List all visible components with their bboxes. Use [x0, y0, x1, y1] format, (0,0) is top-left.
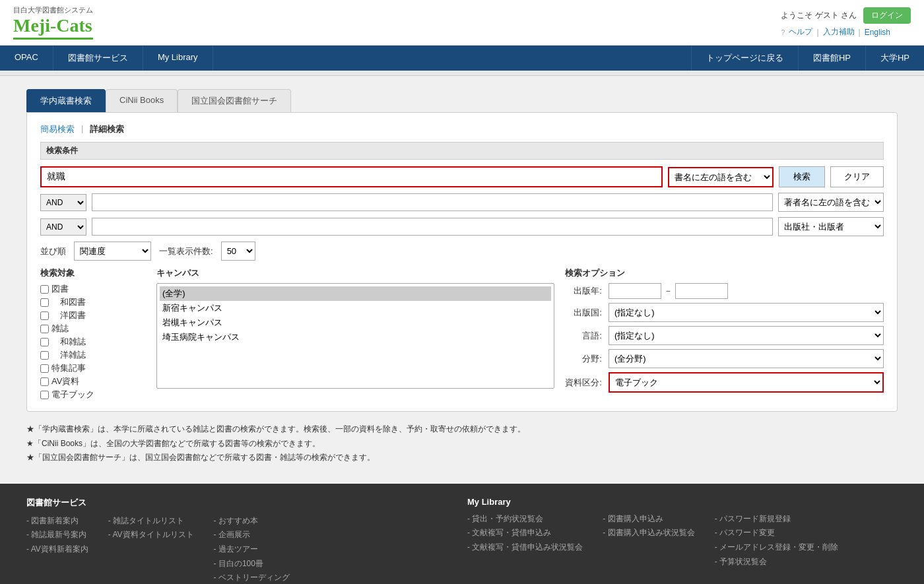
pub-country-label: 出版国:: [565, 307, 602, 319]
footer-link-email[interactable]: - メールアドレス登録・変更・削除: [715, 540, 838, 555]
header: 目白大学図書館システム Meji-Cats ようこそ ゲスト さん ログイン ?…: [0, 0, 924, 46]
footer-my-library-cols: - 貸出・予約状況覧会 - 文献複写・貸借申込み - 文献複写・貸借申込み状況覧…: [467, 512, 898, 569]
divider2: |: [859, 28, 861, 37]
extra-input-1[interactable]: [92, 193, 773, 211]
extra-row-1: AND OR NOT 著者名に左の語を含む: [40, 193, 884, 212]
input-assist-link[interactable]: 入力補助: [823, 26, 855, 38]
sort-row: 並び順 関連度 出版年(新) 出版年(古) タイトル(昇順) タイトル(降順) …: [40, 242, 884, 261]
pub-year-to-input[interactable]: [675, 283, 728, 299]
footer-link-tour[interactable]: - 過去ツアー: [214, 542, 290, 557]
main-search-type-select[interactable]: 書名に左の語を含む 著者名に左の語を含む 出版社・出版者: [668, 167, 774, 187]
campus-iwatsuki[interactable]: 岩槻キャンパス: [160, 315, 551, 330]
footnote-3: ★「国立国会図書館サーチ」は、国立国会図書館などで所蔵する図書・雑誌等の検索がで…: [26, 451, 898, 465]
footer-link-av-list[interactable]: - AV資料タイトルリスト: [108, 528, 194, 542]
footer-link-copy-status[interactable]: - 文献複写・貸借申込み状況覧会: [467, 540, 583, 555]
campus-all[interactable]: (全学): [160, 286, 551, 301]
nav-right: トップページに戻る 図書館HP 大学HP: [691, 46, 924, 71]
simple-search-link[interactable]: 簡易検索: [40, 123, 75, 135]
pub-country-select[interactable]: (指定なし): [609, 303, 884, 322]
extra-type-select-2[interactable]: 出版社・出版者: [778, 217, 884, 236]
bool-select-1[interactable]: AND OR NOT: [40, 194, 86, 211]
help-link[interactable]: ヘルプ: [789, 26, 812, 38]
pub-year-from-input[interactable]: [609, 283, 661, 299]
header-left: 目白大学図書館システム Meji-Cats: [13, 5, 93, 40]
header-right: ようこそ ゲスト さん ログイン ? ヘルプ | 入力補助 | English: [781, 7, 911, 38]
footer: 図書館サービス - 図書新着案内 - 雑誌最新号案内 - AV資料新着案内 - …: [0, 484, 924, 584]
footer-link-change-password[interactable]: - パスワード変更: [715, 526, 838, 540]
search-button[interactable]: 検索: [779, 166, 825, 187]
footer-link-recommend[interactable]: - おすすめ本: [214, 514, 290, 529]
bool-select-2[interactable]: AND OR NOT: [40, 218, 86, 236]
footer-link-best-reading[interactable]: - ベストリーディング: [214, 571, 290, 584]
language-label: 言語:: [565, 330, 602, 342]
check-tosho[interactable]: 図書: [40, 283, 146, 295]
check-av[interactable]: AV資料: [40, 375, 146, 387]
tab-cinii[interactable]: CiNii Books: [106, 89, 178, 112]
language-select[interactable]: (指定なし): [609, 326, 884, 345]
help-icon: ?: [781, 28, 785, 36]
extra-type-select-1[interactable]: 著者名に左の語を含む: [778, 193, 884, 212]
footnote-1: ★「学内蔵書検索」は、本学に所蔵されている雑誌と図書の検索ができます。検索後、一…: [26, 422, 898, 437]
nav-left: OPAC 図書館サービス My Library: [0, 46, 213, 71]
welcome-text: ようこそ ゲスト さん ログイン: [781, 7, 911, 24]
footer-library-col3: - おすすめ本 - 企画展示 - 過去ツアー - 目白の100冊 - ベストリー…: [214, 514, 290, 584]
campus-select[interactable]: (全学) 新宿キャンパス 岩槻キャンパス 埼玉病院キャンパス: [156, 283, 554, 389]
footer-link-new-books[interactable]: - 図書新着案内: [26, 514, 88, 529]
nav-my-library[interactable]: My Library: [143, 46, 213, 71]
login-button[interactable]: ログイン: [863, 7, 911, 24]
footnotes: ★「学内蔵書検索」は、本学に所蔵されている雑誌と図書の検索ができます。検索後、一…: [26, 422, 898, 465]
footer-my-col3: - パスワード新規登録 - パスワード変更 - メールアドレス登録・変更・削除 …: [715, 512, 838, 569]
footer-link-new-password[interactable]: - パスワード新規登録: [715, 512, 838, 527]
nav-library-hp[interactable]: 図書館HP: [798, 46, 865, 71]
footer-link-copy-loan[interactable]: - 文献複写・貸借申込み: [467, 526, 583, 540]
footer-link-book-purchase-status[interactable]: - 図書購入申込み状況覧会: [603, 526, 694, 540]
checkbox-group: 図書 和図書 洋図書 雑誌 和雑誌 洋雑誌 特集記事 AV資料 電子ブック: [40, 283, 146, 401]
check-tokushu[interactable]: 特集記事: [40, 362, 146, 374]
sub-nav: [0, 71, 924, 76]
tab-ndl[interactable]: 国立国会図書館サーチ: [178, 89, 291, 112]
main-search-input[interactable]: [40, 166, 663, 187]
count-select[interactable]: 50 20 100: [221, 242, 255, 261]
pub-year-row: －: [609, 283, 884, 299]
footer-link-book-purchase[interactable]: - 図書購入申込み: [603, 512, 694, 527]
extra-input-2[interactable]: [92, 218, 773, 236]
campus-shinjuku[interactable]: 新宿キャンパス: [160, 301, 551, 315]
footer-link-new-magazine[interactable]: - 雑誌最新号案内: [26, 528, 88, 542]
check-ebook[interactable]: 電子ブック: [40, 389, 146, 401]
tab-opac[interactable]: 学内蔵書検索: [26, 89, 106, 112]
check-yo-zasshi[interactable]: 洋雑誌: [40, 349, 146, 361]
campus-saitama[interactable]: 埼玉病院キャンパス: [160, 330, 551, 344]
footer-library-services: 図書館サービス - 図書新着案内 - 雑誌最新号案内 - AV資料新着案内 - …: [26, 497, 457, 584]
footer-link-new-av[interactable]: - AV資料新着案内: [26, 542, 88, 557]
check-yo-tosho[interactable]: 洋図書: [40, 309, 146, 321]
extra-row-2: AND OR NOT 出版社・出版者: [40, 217, 884, 236]
clear-button[interactable]: クリア: [830, 166, 884, 187]
footer-link-exhibition[interactable]: - 企画展示: [214, 528, 290, 542]
header-subtitle: 目白大学図書館システム: [13, 5, 93, 15]
check-wa-tosho[interactable]: 和図書: [40, 296, 146, 308]
nav-library-services[interactable]: 図書館サービス: [53, 46, 143, 71]
material-label: 資料区分:: [565, 377, 602, 389]
advanced-search-link[interactable]: 詳細検索: [90, 123, 124, 135]
sort-select[interactable]: 関連度 出版年(新) 出版年(古) タイトル(昇順) タイトル(降順): [74, 242, 151, 261]
search-box: 簡易検索 | 詳細検索 検索条件 書名に左の語を含む 著者名に左の語を含む 出版…: [26, 112, 898, 412]
footer-link-100books[interactable]: - 目白の100冊: [214, 557, 290, 571]
nav-opac[interactable]: OPAC: [0, 46, 53, 71]
search-links: 簡易検索 | 詳細検索: [40, 123, 884, 135]
footer-my-library: My Library - 貸出・予約状況覧会 - 文献複写・貸借申込み - 文献…: [467, 497, 898, 584]
footer-link-budget[interactable]: - 予算状況覧会: [715, 555, 838, 569]
options-grid: 出版年: － 出版国: (指定なし) 言語: (指定なし) 分野:: [565, 283, 884, 393]
footer-link-magazine-list[interactable]: - 雑誌タイトルリスト: [108, 514, 194, 529]
footnote-2: ★「CiNii Books」は、全国の大学図書館などで所蔵する図書等の検索ができ…: [26, 437, 898, 451]
english-link[interactable]: English: [865, 28, 890, 37]
check-wa-zasshi[interactable]: 和雑誌: [40, 336, 146, 348]
footer-link-loan-status[interactable]: - 貸出・予約状況覧会: [467, 512, 583, 527]
nav-university-hp[interactable]: 大学HP: [865, 46, 924, 71]
header-links: ? ヘルプ | 入力補助 | English: [781, 26, 911, 38]
footer-library-cols: - 図書新着案内 - 雑誌最新号案内 - AV資料新着案内 - 雑誌タイトルリス…: [26, 514, 457, 584]
field-select[interactable]: (全分野): [609, 349, 884, 368]
check-zasshi[interactable]: 雑誌: [40, 323, 146, 335]
nav-top-page[interactable]: トップページに戻る: [691, 46, 798, 71]
footer-my-library-title: My Library: [467, 497, 898, 507]
material-select[interactable]: 電子ブック (指定なし) 図書 雑誌 AV資料 特集記事: [609, 372, 884, 393]
